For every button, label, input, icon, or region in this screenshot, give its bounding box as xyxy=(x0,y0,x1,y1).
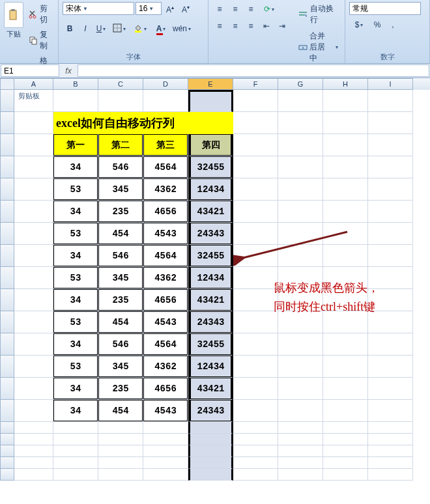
cell[interactable]: 235 xyxy=(98,378,143,400)
cell[interactable] xyxy=(323,356,368,378)
cell[interactable]: 32455 xyxy=(188,245,233,267)
cell[interactable]: 32455 xyxy=(188,156,233,178)
cell[interactable] xyxy=(188,90,233,112)
cell[interactable] xyxy=(278,245,323,267)
col-header-C[interactable]: C xyxy=(98,78,143,90)
cell[interactable]: 4656 xyxy=(143,201,188,223)
cell[interactable]: 第三 xyxy=(143,134,188,156)
cell[interactable] xyxy=(233,445,278,457)
fx-label[interactable]: fx xyxy=(60,64,77,77)
cell[interactable] xyxy=(278,457,323,469)
cell[interactable]: 24343 xyxy=(188,311,233,333)
cell[interactable] xyxy=(14,457,53,469)
cell[interactable] xyxy=(278,112,323,134)
cell[interactable]: 43421 xyxy=(188,289,233,311)
col-header-I[interactable]: I xyxy=(368,78,413,90)
cell[interactable]: 4543 xyxy=(143,223,188,245)
cell[interactable]: 345 xyxy=(98,267,143,289)
cell[interactable] xyxy=(143,469,188,481)
cell[interactable] xyxy=(14,267,53,289)
cell[interactable] xyxy=(233,422,278,434)
cell[interactable]: 第一 xyxy=(53,134,98,156)
percent-button[interactable]: % xyxy=(370,18,384,32)
cell[interactable] xyxy=(323,201,368,223)
cell[interactable]: 454 xyxy=(98,223,143,245)
cell[interactable] xyxy=(53,469,98,481)
formula-input[interactable] xyxy=(78,64,429,77)
cell[interactable] xyxy=(233,400,278,422)
cell[interactable]: 4656 xyxy=(143,289,188,311)
copy-button[interactable]: 复制 xyxy=(26,28,54,53)
col-header-A[interactable]: A xyxy=(14,78,53,90)
bold-button[interactable]: B xyxy=(63,21,77,36)
cell[interactable]: 34 xyxy=(53,289,98,311)
cell[interactable]: 454 xyxy=(98,311,143,333)
cell[interactable] xyxy=(233,223,278,245)
cell[interactable]: 53 xyxy=(53,267,98,289)
cell[interactable] xyxy=(278,445,323,457)
cell[interactable] xyxy=(368,333,413,356)
row-header[interactable] xyxy=(0,245,14,267)
row-header[interactable] xyxy=(0,356,14,378)
cell[interactable] xyxy=(188,445,233,457)
cell[interactable] xyxy=(368,156,413,178)
cell[interactable] xyxy=(368,445,413,457)
cell[interactable] xyxy=(323,457,368,469)
row-header[interactable] xyxy=(0,289,14,311)
cell[interactable] xyxy=(14,356,53,378)
cell[interactable] xyxy=(323,400,368,422)
cell[interactable]: 53 xyxy=(53,356,98,378)
orientation-button[interactable]: ⟳▾ xyxy=(259,2,279,16)
cell[interactable] xyxy=(53,445,98,457)
cell[interactable]: 第二 xyxy=(98,134,143,156)
cell[interactable] xyxy=(368,245,413,267)
cell[interactable] xyxy=(278,333,323,356)
cell[interactable]: 4564 xyxy=(143,156,188,178)
cell[interactable] xyxy=(278,134,323,156)
cell[interactable]: 12434 xyxy=(188,356,233,378)
cell[interactable] xyxy=(14,112,53,134)
cell[interactable]: 第四 xyxy=(188,134,233,156)
cell[interactable] xyxy=(98,445,143,457)
cell[interactable] xyxy=(368,356,413,378)
cell[interactable]: 53 xyxy=(53,311,98,333)
cell[interactable] xyxy=(233,356,278,378)
cell[interactable] xyxy=(14,378,53,400)
cell[interactable] xyxy=(323,156,368,178)
cell[interactable] xyxy=(323,112,368,134)
cell[interactable]: 546 xyxy=(98,156,143,178)
cell[interactable] xyxy=(143,422,188,434)
cell[interactable] xyxy=(233,311,278,333)
grow-font-button[interactable]: A▴ xyxy=(163,2,177,16)
cell[interactable] xyxy=(278,156,323,178)
cell[interactable]: 4543 xyxy=(143,311,188,333)
cell[interactable] xyxy=(143,90,188,112)
cell[interactable]: 454 xyxy=(98,400,143,422)
cell[interactable] xyxy=(14,469,53,481)
cell[interactable]: 4362 xyxy=(143,356,188,378)
cell[interactable] xyxy=(368,422,413,434)
cell[interactable]: 24343 xyxy=(188,223,233,245)
cell[interactable]: 4564 xyxy=(143,333,188,356)
cell[interactable]: 4362 xyxy=(143,267,188,289)
col-header-H[interactable]: H xyxy=(323,78,368,90)
border-button[interactable]: ▾ xyxy=(109,21,129,36)
phonetic-button[interactable]: wén▾ xyxy=(172,21,192,36)
cell[interactable]: 43421 xyxy=(188,201,233,223)
currency-button[interactable]: $▾ xyxy=(349,18,369,32)
row-header[interactable] xyxy=(0,223,14,245)
cell[interactable] xyxy=(98,457,143,469)
cell[interactable] xyxy=(14,134,53,156)
merge-center-button[interactable]: a合并后居中▾ xyxy=(296,29,341,65)
cell[interactable]: 53 xyxy=(53,178,98,201)
cell[interactable] xyxy=(368,201,413,223)
row-header[interactable] xyxy=(0,457,14,469)
row-header[interactable] xyxy=(0,201,14,223)
row-header[interactable] xyxy=(0,469,14,481)
cell[interactable] xyxy=(14,223,53,245)
cell[interactable] xyxy=(368,457,413,469)
cell[interactable] xyxy=(233,267,278,289)
cell[interactable] xyxy=(278,223,323,245)
cell[interactable] xyxy=(233,469,278,481)
cell[interactable] xyxy=(323,90,368,112)
